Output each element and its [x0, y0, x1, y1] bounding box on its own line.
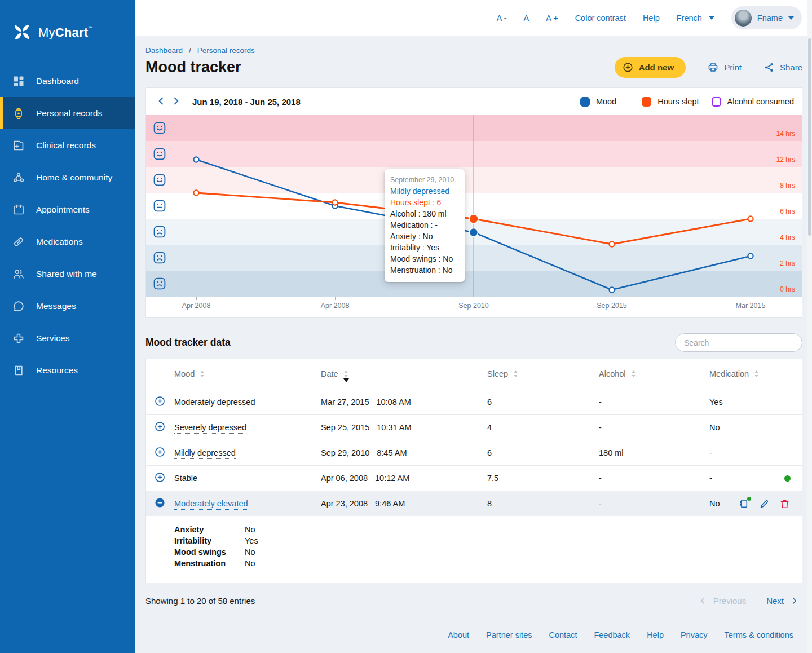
scrollbar-thumb[interactable] — [808, 38, 811, 236]
date-navigation: Jun 19, 2018 - Jun 25, 2018 — [154, 94, 301, 109]
sidebar-item-home-community[interactable]: Home & community — [0, 161, 135, 193]
mood-cell[interactable]: Severely depressed — [174, 423, 246, 434]
x-axis-label: Sep 2010 — [458, 302, 489, 310]
plus-circle-icon — [154, 395, 166, 407]
mychart-logo[interactable]: MyChart™ — [0, 0, 135, 43]
x-axis-label: Apr 2008 — [321, 302, 350, 310]
clinical-records-icon — [12, 139, 25, 152]
previous-period-button[interactable] — [154, 94, 169, 109]
legend-item-alcohol-consumed[interactable]: Alcohol consumed — [712, 97, 795, 107]
chevron-right-icon — [170, 95, 182, 107]
sort-control-sleep[interactable] — [513, 370, 518, 378]
previous-page-button[interactable]: Previous — [698, 596, 746, 606]
calendar-icon — [12, 203, 25, 217]
sidebar-item-services[interactable]: Services — [0, 322, 135, 354]
sidebar-item-resources[interactable]: Resources — [0, 354, 135, 386]
mood-cell[interactable]: Stable — [174, 474, 197, 484]
expand-row-button[interactable] — [154, 471, 166, 483]
chart-legend: MoodHours sleptAlcohol consumed — [580, 94, 794, 109]
breadcrumb-personal-records[interactable]: Personal records — [197, 46, 255, 55]
share-icon — [763, 61, 775, 73]
date-range-label: Jun 19, 2018 - Jun 25, 2018 — [192, 97, 301, 107]
legend-item-mood[interactable]: Mood — [580, 97, 616, 107]
font-size-decrease-button[interactable]: A - — [497, 14, 507, 23]
chevron-right-icon — [789, 596, 799, 606]
sidebar-item-shared-with-me[interactable]: Shared with me — [0, 258, 135, 290]
expand-row-button[interactable] — [154, 395, 166, 407]
user-menu[interactable]: Fname — [731, 6, 802, 29]
expand-row-button[interactable] — [154, 446, 166, 458]
sidebar-item-messages[interactable]: Messages — [0, 290, 135, 322]
tooltip-line: Mood swings : No — [390, 253, 459, 264]
legend-label: Mood — [596, 97, 616, 106]
footer-link-contact[interactable]: Contact — [549, 630, 577, 639]
language-selector[interactable]: French — [677, 14, 714, 23]
font-size-increase-button[interactable]: A + — [546, 14, 558, 23]
edit-pencil-icon — [758, 498, 770, 510]
alcohol-cell: - — [599, 398, 709, 407]
sort-control-alcohol[interactable] — [631, 370, 636, 378]
next-page-button[interactable]: Next — [766, 596, 799, 606]
notes-button[interactable] — [738, 498, 750, 510]
chevron-left-icon — [156, 95, 167, 107]
pill-icon — [12, 235, 25, 249]
sidebar-item-medications[interactable]: Medications — [0, 226, 135, 258]
mood-cell[interactable]: Mildly depressed — [174, 448, 236, 459]
sort-control-mood[interactable] — [200, 370, 205, 378]
help-link[interactable]: Help — [643, 14, 660, 23]
page-scrollbar[interactable] — [807, 0, 812, 653]
column-header-sleep: Sleep — [487, 369, 599, 378]
mood-cell[interactable]: Moderately elevated — [174, 499, 248, 510]
share-button[interactable]: Share — [763, 61, 802, 73]
sort-arrows-icon — [343, 370, 348, 378]
plus-circle-icon — [154, 421, 166, 433]
pagination-controls: Previous Next — [698, 596, 799, 606]
expand-row-button[interactable] — [154, 421, 166, 433]
column-header-medication: Medication — [709, 369, 802, 378]
footer-link-help[interactable]: Help — [647, 630, 664, 639]
search-input[interactable] — [675, 333, 802, 352]
sidebar-item-clinical-records[interactable]: Clinical records — [0, 129, 135, 161]
detail-row: MenstruationNo — [174, 558, 802, 569]
collapse-row-button[interactable] — [154, 497, 166, 509]
sidebar-item-appointments[interactable]: Appointments — [0, 193, 135, 226]
table-row: Moderately elevatedApr 23, 20089:46 AM8-… — [146, 491, 802, 516]
main-area: A - A A + Color contrast Help French Fna… — [135, 0, 812, 653]
print-button[interactable]: Print — [707, 61, 742, 73]
status-dot — [784, 475, 791, 482]
mood-cell[interactable]: Moderately depressed — [174, 398, 255, 408]
footer-link-feedback[interactable]: Feedback — [594, 630, 630, 639]
sidebar-item-personal-records[interactable]: Personal records — [0, 97, 135, 129]
footer-link-terms-conditions[interactable]: Terms & conditions — [725, 630, 794, 639]
sidebar-item-label: Shared with me — [36, 269, 97, 279]
footer-link-privacy[interactable]: Privacy — [681, 630, 708, 639]
table-header-row: MoodDateSleepAlcoholMedication — [146, 359, 802, 389]
color-contrast-button[interactable]: Color contrast — [575, 14, 626, 23]
footer-link-partner-sites[interactable]: Partner sites — [486, 630, 532, 639]
add-new-button[interactable]: Add new — [615, 57, 686, 78]
breadcrumb-dashboard[interactable]: Dashboard — [145, 46, 183, 55]
edit-button[interactable] — [758, 498, 770, 510]
sort-control-medication[interactable] — [754, 370, 759, 378]
table-section-title: Mood tracker data — [145, 337, 231, 348]
minus-circle-icon — [154, 497, 166, 509]
next-period-button[interactable] — [169, 94, 183, 109]
detail-row: AnxietyNo — [174, 524, 802, 535]
legend-item-hours-slept[interactable]: Hours slept — [642, 97, 699, 107]
tooltip-line: Irritablity : Yes — [390, 242, 459, 253]
chevron-down-icon — [709, 16, 714, 20]
table-row: Moderately depressedMar 27, 201510:08 AM… — [146, 389, 802, 414]
dashboard-icon — [12, 74, 25, 88]
tooltip-line: Menstruation : No — [390, 264, 459, 276]
chart-tooltip: September 29, 2010Mildly depressedHours … — [385, 169, 465, 282]
delete-button[interactable] — [779, 498, 791, 510]
footer-link-about[interactable]: About — [448, 630, 469, 639]
chart-plot-area[interactable]: 14 hrs12 hrs8 hrs6 hrs4 hrs2 hrs0 hrs Se… — [146, 115, 802, 297]
font-size-default-button[interactable]: A — [524, 14, 529, 23]
breadcrumb: Dashboard / Personal records — [145, 36, 802, 55]
sort-control-date[interactable] — [343, 370, 348, 378]
sidebar-item-dashboard[interactable]: Dashboard — [0, 65, 135, 97]
mood-line-chart — [146, 115, 802, 297]
sort-arrows-icon — [200, 370, 205, 378]
detail-row: Mood swingsNo — [174, 546, 802, 558]
